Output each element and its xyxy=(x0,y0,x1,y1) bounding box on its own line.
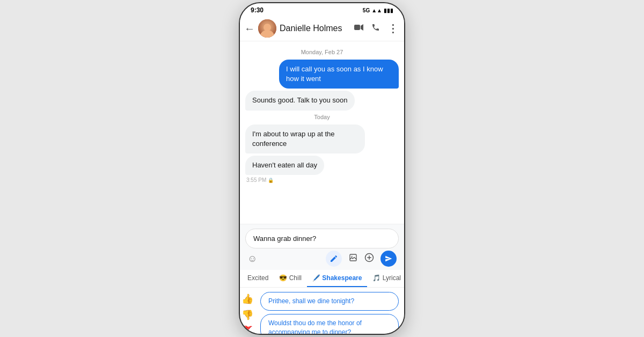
emoji-button[interactable]: ☺ xyxy=(247,253,257,265)
message-row-received-2: I'm about to wrap up at the conference xyxy=(245,124,399,153)
suggestion-1[interactable]: Prithee, shall we dine tonight? xyxy=(260,292,399,311)
magic-compose-button[interactable] xyxy=(326,251,342,267)
tab-lyrical[interactable]: 🎵 Lyrical xyxy=(367,270,404,287)
flag-button[interactable]: 🚩 xyxy=(242,325,253,335)
tab-excited[interactable]: Excited xyxy=(242,270,274,287)
video-call-icon[interactable] xyxy=(354,24,364,33)
bubble-sent-1: I will call you as soon as I know how it… xyxy=(279,60,399,89)
wifi-icon: ▲▲ xyxy=(371,8,382,13)
avatar-image xyxy=(258,19,276,38)
message-row-received-1: Sounds good. Talk to you soon xyxy=(245,91,399,110)
battery-icon: ▮▮▮ xyxy=(384,8,393,13)
status-icons: 5G ▲▲ ▮▮▮ xyxy=(363,8,393,13)
more-options-icon[interactable]: ⋮ xyxy=(387,22,399,35)
back-button[interactable]: ← xyxy=(244,23,255,34)
header: ← Danielle Holmes ⋮ xyxy=(240,16,404,41)
input-toolbar: ☺ xyxy=(245,251,399,267)
tab-shakespeare[interactable]: 🖊️ Shakespeare xyxy=(307,270,367,287)
avatar[interactable] xyxy=(258,19,276,38)
message-row-sent-1: I will call you as soon as I know how it… xyxy=(245,60,399,89)
phone-frame: 9:30 5G ▲▲ ▮▮▮ ← Danielle Holmes xyxy=(239,2,405,335)
voice-call-icon[interactable] xyxy=(371,23,380,34)
thumbs-up-button[interactable]: 👍 xyxy=(241,293,253,305)
svg-rect-0 xyxy=(354,25,360,30)
send-button[interactable] xyxy=(380,251,397,267)
header-icons: ⋮ xyxy=(354,22,399,35)
signal-icon: 5G xyxy=(363,8,370,13)
tab-chill[interactable]: 😎 Chill xyxy=(274,270,307,287)
input-icons-right xyxy=(326,251,397,267)
chat-body: Monday, Feb 27 I will call you as soon a… xyxy=(240,41,404,224)
suggestions-wrapper: 👍 👎 🚩 Prithee, shall we dine tonight? Wo… xyxy=(240,288,404,335)
message-input[interactable]: Wanna grab dinner? xyxy=(245,229,399,248)
svg-marker-1 xyxy=(361,24,363,31)
suggestion-2[interactable]: Wouldst thou do me the honor of accompan… xyxy=(260,314,399,335)
status-bar: 9:30 5G ▲▲ ▮▮▮ xyxy=(240,3,404,16)
contact-name[interactable]: Danielle Holmes xyxy=(280,24,351,33)
date-label-today: Today xyxy=(245,114,399,120)
suggestions-area: Prithee, shall we dine tonight? Wouldst … xyxy=(255,288,404,335)
svg-point-3 xyxy=(352,256,353,257)
message-row-received-3: Haven't eaten all day xyxy=(245,156,399,175)
add-button[interactable] xyxy=(364,253,374,265)
input-text: Wanna grab dinner? xyxy=(253,235,316,243)
svg-rect-2 xyxy=(350,254,356,261)
image-button[interactable] xyxy=(348,253,358,264)
thumbs-down-button[interactable]: 👎 xyxy=(241,309,253,321)
side-actions: 👍 👎 🚩 xyxy=(240,288,255,335)
bubble-received-3: Haven't eaten all day xyxy=(245,156,324,175)
input-area: Wanna grab dinner? ☺ xyxy=(240,224,404,270)
date-label-monday: Monday, Feb 27 xyxy=(245,49,399,55)
lock-icon: 🔒 xyxy=(268,178,274,183)
status-time: 9:30 xyxy=(251,6,264,14)
bubble-received-2: I'm about to wrap up at the conference xyxy=(245,124,365,153)
suggestions-tabs: Excited 😎 Chill 🖊️ Shakespeare 🎵 Lyrical… xyxy=(240,270,404,288)
message-time: 3:55 PM 🔒 xyxy=(246,177,399,183)
bubble-received-1: Sounds good. Talk to you soon xyxy=(245,91,355,110)
